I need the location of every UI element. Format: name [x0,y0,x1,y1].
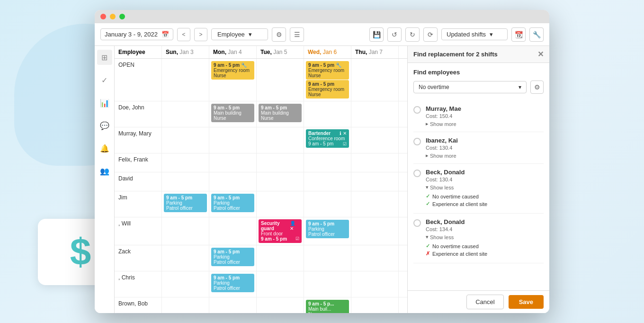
shift-block[interactable]: 9 am - 5 pm Main building Nurse [259,104,302,122]
next-week-button[interactable]: > [194,28,207,41]
redo-icon[interactable]: ↻ [405,27,420,42]
candidate-item: Murray, Mae Cost: 150.4 ▸ Show more [413,100,544,132]
cell-open-tue [257,59,304,101]
employee-name-david: David [115,172,162,191]
shift-block[interactable]: 9 am - 5 pm Parking Patrol officer [164,194,207,212]
cell-murray-extra [399,127,408,153]
detail-text-2: Experience at client site [432,201,487,207]
sidebar-item-check[interactable]: ✓ [97,72,112,88]
shift-block[interactable]: 9 am - 5 pm Parking Patrol officer [211,194,254,212]
cell-felix-extra [399,153,408,172]
cell-brown-mon [209,297,257,313]
candidate-radio-1[interactable] [413,106,421,114]
detail-row: ✗ Experience at client site [426,251,544,257]
shift-role: Patrol officer [214,206,252,211]
detail-text-4: Experience at client site [432,251,487,257]
shift-time: 9 am - 5 pm [214,249,252,254]
shift-time: 9 am - 5 p... [308,301,347,306]
candidate-name-3: Beck, Donald [426,169,544,176]
filter-icon[interactable]: ☰ [290,27,304,42]
shift-role: Nurse [261,116,299,121]
shift-block[interactable]: 9 am - 5 pm Main building Nurse [211,104,254,122]
shift-block[interactable]: 9 am - 5 pm Parking Patrol officer [211,248,254,266]
security-shift-block[interactable]: Security guard 👤 ✕ Front door 9 am - 5 p… [259,219,302,243]
calendar-icon: 📅 [161,31,169,38]
sidebar-item-team[interactable]: 👥 [97,163,112,179]
chevron-right-icon-1: ▸ [426,121,429,127]
cell-chris-mon[interactable]: 9 am - 5 pm Parking Patrol officer [209,271,257,297]
sidebar-item-chart[interactable]: 📊 [97,95,112,110]
settings-icon[interactable]: ⚙ [272,27,286,42]
shift-location: Emergency room [214,68,252,73]
cell-felix-mon [209,153,257,172]
candidate-toggle-1[interactable]: ▸ Show more [426,121,544,127]
save-button[interactable]: Save [509,295,544,309]
sidebar-item-bell[interactable]: 🔔 [97,141,112,156]
cell-chris-thu [351,271,399,297]
candidate-radio-2[interactable] [413,138,421,145]
cancel-button[interactable]: Cancel [466,295,503,309]
close-button[interactable] [100,14,106,19]
app-window: January 3 - 9, 2022 📅 < > Employee ▾ ⚙ ☰… [95,10,549,313]
refresh-icon[interactable]: ⟳ [423,27,438,42]
calendar-view-icon[interactable]: 📆 [511,27,526,42]
cell-brown-thu [351,297,399,313]
candidate-cost-1: Cost: 150.4 [426,113,544,119]
shift-block[interactable]: 9 am - 5 p... Main buil... Nurse [306,300,349,313]
col-header-tue: Tue, Jan 5 [257,46,304,58]
updated-shifts-select[interactable]: Updated shifts ▾ [441,28,508,40]
shift-time: 9 am - 5 pm [308,221,347,226]
employee-view-select[interactable]: Employee ▾ [211,28,268,40]
sidebar-item-grid[interactable]: ⊞ [97,50,112,65]
date-range-picker[interactable]: January 3 - 9, 2022 📅 [100,28,173,40]
candidate-toggle-4[interactable]: ▾ Show less [426,234,544,240]
col-header-mon: Mon, Jan 4 [209,46,257,58]
shift-block[interactable]: 9 am - 5 pm 🔧 Emergency room Nurse [211,61,254,80]
prev-week-button[interactable]: < [177,28,190,41]
cell-open-wed[interactable]: 9 am - 5 pm 🔧 Emergency room Nurse 9 am … [304,59,351,101]
overtime-filter-select[interactable]: No overtime ▾ [413,81,527,93]
cell-will-mon [209,217,257,245]
undo-icon[interactable]: ↺ [387,27,402,42]
candidate-toggle-2[interactable]: ▸ Show more [426,153,544,159]
shift-block[interactable]: 9 am - 5 pm Parking Patrol officer [306,220,349,238]
candidate-radio-3[interactable] [413,170,421,177]
wrench-icon[interactable]: 🔧 [529,27,544,42]
col-header-wed: Wed, Jan 6 [304,46,351,58]
shift-block[interactable]: 9 am - 5 pm Parking Patrol officer [211,274,254,292]
sidebar-item-chat[interactable]: 💬 [97,118,112,133]
maximize-button[interactable] [119,14,125,19]
cell-murray-wed[interactable]: Bartender ℹ ✕ Conference room 9 am - 5 p… [304,127,351,153]
panel-close-button[interactable]: ✕ [537,50,544,59]
filter-row: No overtime ▾ ⚙ [413,81,544,94]
shift-block[interactable]: 9 am - 5 pm 🔧 Emergency room Nurse [306,61,349,80]
cell-jim-sun[interactable]: 9 am - 5 pm Parking Patrol officer [162,191,209,217]
toolbar: January 3 - 9, 2022 📅 < > Employee ▾ ⚙ ☰… [95,23,549,46]
cell-zack-mon[interactable]: 9 am - 5 pm Parking Patrol officer [209,245,257,271]
candidate-radio-4[interactable] [413,219,421,227]
cell-will-tue[interactable]: Security guard 👤 ✕ Front door 9 am - 5 p… [257,217,304,245]
employee-name-chris: , Chris [115,271,162,297]
minimize-button[interactable] [110,14,116,19]
cell-jim-wed [304,191,351,217]
shift-role: Nurse [308,312,347,313]
cell-doe-mon[interactable]: 9 am - 5 pm Main building Nurse [209,101,257,127]
updated-shifts-label: Updated shifts [447,31,486,38]
save-icon[interactable]: 💾 [369,27,384,42]
candidate-toggle-3[interactable]: ▾ Show less [426,184,544,190]
cell-doe-tue[interactable]: 9 am - 5 pm Main building Nurse [257,101,304,127]
employee-name-open: OPEN [115,59,162,101]
shift-location-security: Front door [261,231,299,236]
filter-settings-button[interactable]: ⚙ [530,81,544,94]
cell-jim-mon[interactable]: 9 am - 5 pm Parking Patrol officer [209,191,257,217]
bartender-shift-block[interactable]: Bartender ℹ ✕ Conference room 9 am - 5 p… [306,129,349,148]
cell-brown-wed[interactable]: 9 am - 5 p... Main buil... Nurse [304,297,351,313]
cell-open-mon[interactable]: 9 am - 5 pm 🔧 Emergency room Nurse [209,59,257,101]
cell-will-wed[interactable]: 9 am - 5 pm Parking Patrol officer [304,217,351,245]
cell-felix-thu [351,153,399,172]
shift-time: 9 am - 5 pm 🔧 [214,63,252,68]
shift-block[interactable]: 9 am - 5 pm Emergency room Nurse [306,80,349,99]
detail-row: ✓ Experience at client site [426,201,544,207]
shift-location: Main building [261,110,299,116]
replacement-panel: Find replacement for 2 shifts ✕ Find emp… [407,46,549,313]
